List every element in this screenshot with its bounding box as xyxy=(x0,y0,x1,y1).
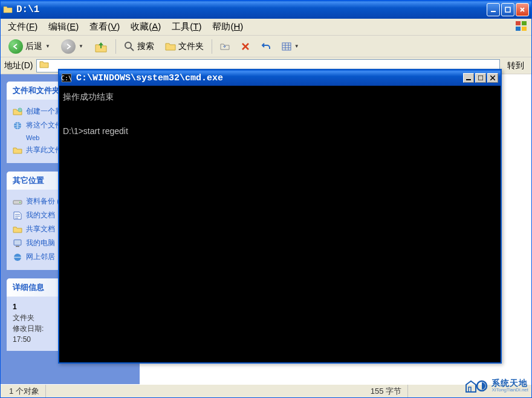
svg-rect-7 xyxy=(282,43,291,50)
new-folder-icon xyxy=(13,107,22,117)
folder-icon xyxy=(39,60,49,72)
svg-rect-12 xyxy=(14,240,21,245)
undo-icon xyxy=(261,42,271,51)
forward-icon xyxy=(61,39,76,54)
svg-point-6 xyxy=(125,42,131,48)
svg-rect-13 xyxy=(16,246,19,247)
toolbar-separator xyxy=(115,39,116,54)
dropdown-arrow-icon: ▼ xyxy=(45,43,50,49)
watermark-en: XiTongTianDi.net xyxy=(491,388,528,393)
my-docs-icon xyxy=(13,211,22,220)
search-label: 搜索 xyxy=(137,41,154,52)
shared-docs-icon xyxy=(13,225,22,234)
dropdown-arrow-icon: ▼ xyxy=(294,43,299,49)
windows-flag-icon xyxy=(514,20,529,33)
svg-rect-5 xyxy=(522,27,527,31)
status-bar: 1 个对象 155 字节 xyxy=(1,384,531,397)
cmd-icon: C:\ xyxy=(62,74,71,82)
explorer-titlebar[interactable]: D:\1 xyxy=(1,1,531,19)
watermark: 系统天地 XiTongTianDi.net xyxy=(464,377,528,394)
cmd-window-controls xyxy=(462,73,498,83)
watermark-icon xyxy=(464,377,488,394)
dropdown-arrow-icon: ▼ xyxy=(79,43,83,49)
up-button[interactable] xyxy=(90,37,112,56)
up-icon xyxy=(94,40,108,53)
cmd-close-button[interactable] xyxy=(487,73,498,83)
window-controls xyxy=(487,3,529,16)
views-icon xyxy=(282,42,291,51)
folders-button[interactable]: 文件夹 xyxy=(161,39,208,54)
folders-label: 文件夹 xyxy=(178,41,204,52)
back-icon xyxy=(8,39,23,54)
cmd-line-2: D:\1>start regedit xyxy=(63,126,128,136)
drive-icon xyxy=(13,197,22,207)
svg-rect-15 xyxy=(466,79,471,80)
back-button[interactable]: 后退 ▼ xyxy=(4,37,54,56)
cmd-title: C:\WINDOWS\system32\cmd.exe xyxy=(76,73,462,83)
menu-bar: 文件(F) 编辑(E) 查看(V) 收藏(A) 工具(T) 帮助(H) xyxy=(1,19,531,36)
cmd-minimize-button[interactable] xyxy=(463,73,474,83)
svg-point-11 xyxy=(19,202,21,203)
menu-tools[interactable]: 工具(T) xyxy=(168,19,205,34)
search-button[interactable]: 搜索 xyxy=(120,39,158,54)
explorer-title: D:\1 xyxy=(16,4,487,15)
panel-details-title: 详细信息 xyxy=(13,282,44,293)
toolbar-separator xyxy=(212,39,212,54)
moveto-button[interactable] xyxy=(216,39,234,54)
folders-icon xyxy=(165,41,176,52)
back-label: 后退 xyxy=(25,41,42,52)
network-icon xyxy=(13,252,22,262)
share-icon xyxy=(13,146,22,155)
panel-other-title: 其它位置 xyxy=(13,175,44,186)
maximize-button[interactable] xyxy=(501,3,514,16)
toolbar: 后退 ▼ ▼ 搜索 文件夹 ▼ xyxy=(1,36,531,57)
status-objects: 1 个对象 xyxy=(3,385,46,397)
svg-rect-3 xyxy=(522,21,527,25)
status-size: 155 字节 xyxy=(365,385,408,397)
svg-rect-1 xyxy=(505,7,510,12)
folder-icon xyxy=(3,5,13,14)
menu-file[interactable]: 文件(F) xyxy=(4,19,41,34)
forward-button[interactable]: ▼ xyxy=(57,37,88,56)
menu-favorites[interactable]: 收藏(A) xyxy=(127,19,164,34)
publish-web-icon xyxy=(13,121,22,130)
menu-view[interactable]: 查看(V) xyxy=(86,19,123,34)
delete-icon xyxy=(241,42,250,51)
undo-button[interactable] xyxy=(257,39,275,54)
close-button[interactable] xyxy=(516,3,529,16)
search-icon xyxy=(124,41,135,52)
svg-rect-16 xyxy=(478,75,483,80)
moveto-icon xyxy=(220,42,230,51)
delete-button[interactable] xyxy=(236,39,255,54)
views-button[interactable]: ▼ xyxy=(277,39,303,54)
cmd-window[interactable]: C:\ C:\WINDOWS\system32\cmd.exe 操作成功结束 D… xyxy=(58,69,502,364)
address-label: 地址(D) xyxy=(4,60,33,71)
minimize-button[interactable] xyxy=(487,3,500,16)
cmd-line-1: 操作成功结束 xyxy=(63,92,114,101)
cmd-output[interactable]: 操作成功结束 D:\1>start regedit xyxy=(59,86,501,362)
cmd-maximize-button[interactable] xyxy=(475,73,486,83)
svg-rect-4 xyxy=(516,27,521,31)
cmd-titlebar[interactable]: C:\ C:\WINDOWS\system32\cmd.exe xyxy=(59,70,501,86)
my-computer-icon xyxy=(13,239,22,248)
svg-rect-0 xyxy=(491,11,496,12)
svg-rect-2 xyxy=(516,21,521,25)
goto-button[interactable]: 转到 xyxy=(504,59,528,72)
menu-help[interactable]: 帮助(H) xyxy=(209,19,247,34)
menu-edit[interactable]: 编辑(E) xyxy=(45,19,82,34)
watermark-cn: 系统天地 xyxy=(491,379,528,388)
